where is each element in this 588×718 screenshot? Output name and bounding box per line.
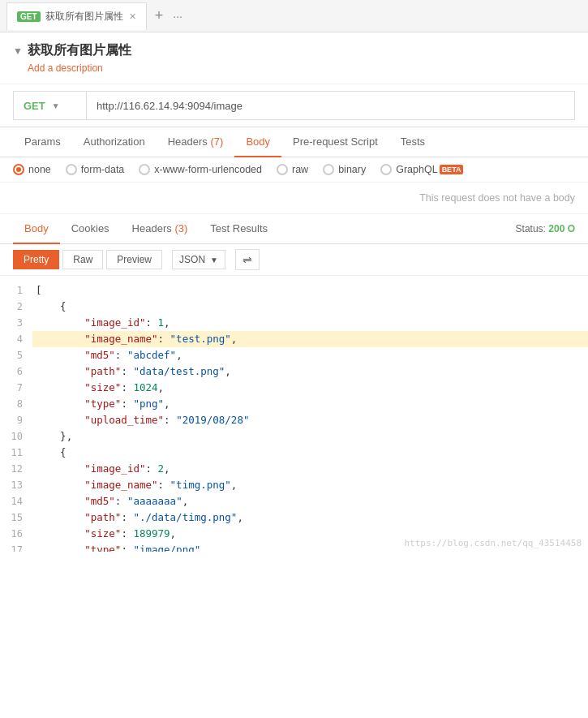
code-line-13: 13 "image_name": "timg.png", [0, 477, 588, 493]
res-tab-headers[interactable]: Headers (3) [121, 214, 200, 244]
line-number-5: 5 [0, 347, 32, 363]
radio-graphql[interactable]: GraphQL BETA [380, 164, 463, 175]
line-content-9: "upload_time": "2019/08/28" [32, 412, 588, 428]
line-content-4: "image_name": "test.png", [32, 331, 588, 347]
line-number-3: 3 [0, 315, 32, 331]
code-line-6: 6 "path": "data/test.png", [0, 363, 588, 380]
radio-raw-indicator [277, 164, 288, 175]
code-line-12: 12 "image_id": 2, [0, 461, 588, 477]
line-number-14: 14 [0, 493, 32, 509]
new-tab-button[interactable]: + [148, 7, 170, 24]
line-number-10: 10 [0, 428, 32, 445]
watermark: https://blog.csdn.net/qq_43514458 [397, 535, 588, 552]
line-number-16: 16 [0, 526, 32, 542]
response-tabs: Body Cookies Headers (3) Test Results [13, 214, 279, 243]
status-value: 200 O [548, 223, 575, 234]
radio-none[interactable]: none [13, 164, 51, 175]
line-number-13: 13 [0, 477, 32, 493]
radio-binary-indicator [323, 164, 334, 175]
tab-pre-request-script[interactable]: Pre-request Script [281, 127, 389, 157]
method-select[interactable]: GET ▼ [13, 91, 86, 120]
raw-button[interactable]: Raw [62, 250, 103, 269]
no-body-message: This request does not have a body [0, 183, 588, 214]
radio-none-indicator [13, 164, 24, 175]
line-number-15: 15 [0, 509, 32, 526]
code-line-4: 4 "image_name": "test.png", [0, 331, 588, 347]
tab-close-button[interactable]: × [130, 10, 136, 23]
request-tabs: Params Authorization Headers (7) Body Pr… [0, 127, 588, 157]
code-line-1: 1[ [0, 282, 588, 299]
line-content-2: { [32, 299, 588, 315]
json-format-select[interactable]: JSON ▼ [172, 250, 225, 269]
chevron-icon: ▼ [13, 45, 23, 57]
tab-authorization[interactable]: Authorization [72, 127, 157, 157]
line-content-7: "size": 1024, [32, 380, 588, 396]
line-number-11: 11 [0, 445, 32, 461]
code-line-2: 2 { [0, 299, 588, 315]
code-line-8: 8 "type": "png", [0, 396, 588, 412]
method-label: GET [24, 100, 45, 112]
tab-params[interactable]: Params [13, 127, 72, 157]
line-content-3: "image_id": 1, [32, 315, 588, 331]
body-type-row: none form-data x-www-form-urlencoded raw… [0, 157, 588, 183]
line-number-4: 4 [0, 331, 32, 347]
request-title: 获取所有图片属性 [28, 42, 131, 59]
tab-tests[interactable]: Tests [389, 127, 436, 157]
line-number-12: 12 [0, 461, 32, 477]
res-tab-body[interactable]: Body [13, 214, 60, 244]
wrap-button[interactable]: ⇌ [235, 249, 260, 270]
json-format-arrow: ▼ [210, 256, 218, 264]
line-content-11: { [32, 445, 588, 461]
line-content-6: "path": "data/test.png", [32, 363, 588, 380]
line-number-7: 7 [0, 380, 32, 396]
radio-form-data-indicator [66, 164, 77, 175]
radio-raw[interactable]: raw [277, 164, 308, 175]
beta-badge: BETA [440, 165, 464, 174]
code-line-5: 5 "md5": "abcdef", [0, 347, 588, 363]
request-title-row: ▼ 获取所有图片属性 [13, 42, 575, 59]
line-content-1: [ [32, 282, 588, 299]
pretty-button[interactable]: Pretty [13, 250, 59, 269]
line-number-17: 17 [0, 542, 32, 552]
line-content-12: "image_id": 2, [32, 461, 588, 477]
code-line-15: 15 "path": "./data/timg.png", [0, 509, 588, 526]
code-line-14: 14 "md5": "aaaaaaa", [0, 493, 588, 509]
radio-form-data[interactable]: form-data [66, 164, 125, 175]
url-input[interactable] [86, 91, 575, 120]
status-display: Status: 200 O [516, 223, 575, 234]
json-code-area[interactable]: 1[2 {3 "image_id": 1,4 "image_name": "te… [0, 276, 588, 552]
code-line-9: 9 "upload_time": "2019/08/28" [0, 412, 588, 428]
tab-method-badge: GET [17, 11, 41, 22]
res-tab-test-results[interactable]: Test Results [199, 214, 279, 244]
response-header: Body Cookies Headers (3) Test Results St… [0, 214, 588, 244]
response-toolbar: Pretty Raw Preview JSON ▼ ⇌ [0, 244, 588, 276]
tab-headers[interactable]: Headers (7) [157, 127, 235, 157]
line-content-15: "path": "./data/timg.png", [32, 509, 588, 526]
line-number-1: 1 [0, 282, 32, 299]
more-tabs-button[interactable]: ··· [170, 10, 186, 23]
line-number-9: 9 [0, 412, 32, 428]
url-bar: GET ▼ [0, 84, 588, 127]
add-description-link[interactable]: Add a description [28, 62, 575, 74]
res-tab-cookies[interactable]: Cookies [60, 214, 121, 244]
line-number-8: 8 [0, 396, 32, 412]
request-title-section: ▼ 获取所有图片属性 Add a description [0, 32, 588, 84]
code-line-11: 11 { [0, 445, 588, 461]
code-line-3: 3 "image_id": 1, [0, 315, 588, 331]
radio-urlencoded[interactable]: x-www-form-urlencoded [139, 164, 262, 175]
line-content-13: "image_name": "timg.png", [32, 477, 588, 493]
radio-urlencoded-indicator [139, 164, 150, 175]
line-content-10: }, [32, 428, 588, 445]
radio-binary[interactable]: binary [323, 164, 366, 175]
tab-body[interactable]: Body [234, 127, 281, 157]
line-content-14: "md5": "aaaaaaa", [32, 493, 588, 509]
radio-graphql-indicator [380, 164, 392, 175]
method-dropdown-arrow: ▼ [52, 101, 60, 110]
preview-button[interactable]: Preview [106, 250, 162, 269]
line-number-6: 6 [0, 363, 32, 380]
line-content-8: "type": "png", [32, 396, 588, 412]
tab-title: 获取所有图片属性 [45, 10, 123, 24]
active-tab[interactable]: GET 获取所有图片属性 × [6, 2, 147, 30]
line-content-5: "md5": "abcdef", [32, 347, 588, 363]
code-line-7: 7 "size": 1024, [0, 380, 588, 396]
